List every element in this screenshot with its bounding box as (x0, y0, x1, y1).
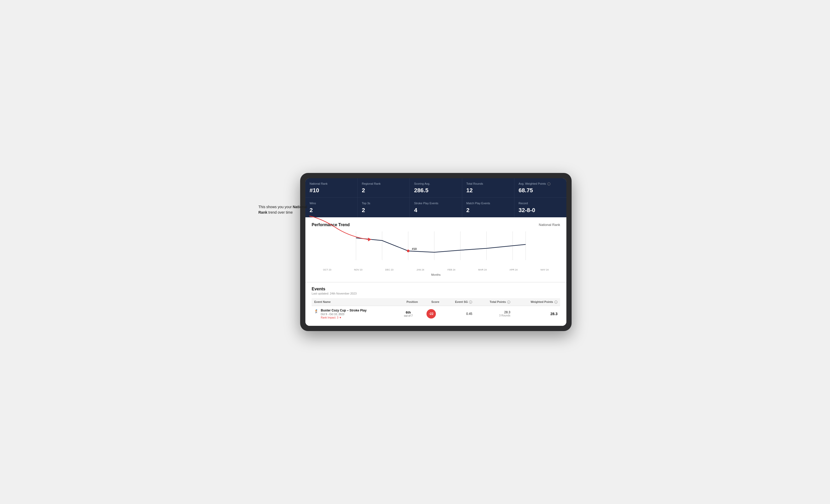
total-rounds-value: 3 Rounds (477, 314, 510, 317)
page-wrapper: This shows you your National Rank trend … (258, 173, 572, 331)
arrow-indicator (307, 213, 380, 247)
stat-stroke-play-label: Stroke Play Events (414, 201, 457, 205)
chart-label-may24: MAY 24 (529, 268, 560, 271)
stat-regional-rank-label: Regional Rank (362, 182, 405, 186)
stat-regional-rank-value: 2 (362, 187, 405, 194)
annotation-text: This shows you your National Rank trend … (258, 205, 307, 214)
event-golf-icon: 🏌️ (314, 309, 319, 313)
stat-scoring-avg: Scoring Avg. 286.5 (410, 178, 462, 198)
score-cell: -22 (420, 306, 442, 322)
position-cell: 6th out of 7 (396, 306, 420, 322)
stats-header-row1: National Rank #10 Regional Rank 2 Scorin… (306, 178, 566, 198)
stat-national-rank: National Rank #10 (306, 178, 357, 198)
stat-wins-value: 2 (310, 207, 353, 214)
events-section: Events Last updated: 24th November 2023 … (306, 282, 566, 326)
stat-match-play-label: Match Play Events (467, 201, 510, 205)
chart-label-apr24: APR 24 (498, 268, 529, 271)
event-name-cell: 🏌️ Buster Cozy Cup – Stroke Play Oct 9 -… (312, 306, 396, 322)
info-icon-tp: i (507, 301, 510, 304)
stat-total-rounds-label: Total Rounds (467, 182, 510, 186)
stat-stroke-play: Stroke Play Events 4 (410, 198, 462, 217)
stat-avg-weighted-label: Avg. Weighted Points i (519, 182, 562, 186)
chart-label-oct23: OCT 23 (312, 268, 343, 271)
stat-regional-rank: Regional Rank 2 (358, 178, 410, 198)
event-sg-cell: 0.45 (442, 306, 475, 322)
svg-point-9 (407, 250, 410, 252)
stat-wins-label: Wins (310, 201, 353, 205)
stat-avg-weighted: Avg. Weighted Points i 68.75 (514, 178, 566, 198)
chart-label-mar24: MAR 24 (467, 268, 498, 271)
chart-months-label: Months (312, 273, 560, 276)
events-updated: Last updated: 24th November 2023 (312, 292, 560, 295)
event-name-text: Buster Cozy Cup – Stroke Play (321, 309, 366, 312)
chart-label-dec23: DEC 23 (374, 268, 405, 271)
performance-subtitle: National Rank (539, 223, 560, 227)
event-dates: Oct 9 - Oct 10, 2023 (321, 313, 366, 316)
stat-national-rank-value: #10 (310, 187, 353, 194)
col-event-sg: Event SG i (442, 298, 475, 306)
stat-match-play-value: 2 (467, 207, 510, 214)
stat-record-value: 32-8-0 (519, 207, 562, 214)
annotation-text2: trend over time (267, 210, 293, 214)
stat-stroke-play-value: 4 (414, 207, 457, 214)
col-score: Score (420, 298, 442, 306)
stat-national-rank-label: National Rank (310, 182, 353, 186)
total-points-value: 28.3 (477, 310, 510, 314)
stat-match-play: Match Play Events 2 (462, 198, 514, 217)
events-table-header-row: Event Name Position Score Event SG i (312, 298, 560, 306)
rank-direction-icon: ▼ (339, 316, 342, 319)
table-row: 🏌️ Buster Cozy Cup – Stroke Play Oct 9 -… (312, 306, 560, 322)
weighted-points-cell: 28.3 (513, 306, 560, 322)
event-name-inner: 🏌️ Buster Cozy Cup – Stroke Play Oct 9 -… (314, 309, 393, 319)
stat-top3s-value: 2 (362, 207, 405, 214)
tablet-frame: National Rank #10 Regional Rank 2 Scorin… (300, 173, 572, 331)
chart-label-jan24: JAN 24 (405, 268, 436, 271)
events-title: Events (312, 287, 560, 292)
events-table-body: 🏌️ Buster Cozy Cup – Stroke Play Oct 9 -… (312, 306, 560, 322)
info-icon-sg: i (469, 301, 472, 304)
stat-record-label: Record (519, 201, 562, 205)
info-icon-avg: i (547, 182, 550, 186)
svg-marker-0 (368, 238, 372, 241)
events-table: Event Name Position Score Event SG i (312, 298, 560, 322)
position-value-group: 6th out of 7 (399, 310, 418, 317)
chart-x-labels: OCT 23 NOV 23 DEC 23 JAN 24 FEB 24 MAR 2… (312, 267, 560, 272)
col-weighted-points: Weighted Points i (513, 298, 560, 306)
stat-top3s-label: Top 3s (362, 201, 405, 205)
chart-label-nov23: NOV 23 (343, 268, 374, 271)
stat-avg-weighted-value: 68.75 (519, 187, 562, 194)
stat-total-rounds: Total Rounds 12 (462, 178, 514, 198)
col-total-points: Total Points i (475, 298, 513, 306)
stat-scoring-avg-value: 286.5 (414, 187, 457, 194)
info-icon-wp: i (554, 301, 557, 304)
stat-total-rounds-value: 12 (467, 187, 510, 194)
stat-scoring-avg-label: Scoring Avg. (414, 182, 457, 186)
position-value: 6th (399, 310, 418, 314)
score-badge: -22 (426, 309, 436, 318)
total-points-cell: 28.3 3 Rounds (475, 306, 513, 322)
tablet-screen: National Rank #10 Regional Rank 2 Scorin… (306, 178, 566, 326)
col-position: Position (396, 298, 420, 306)
col-event-name: Event Name (312, 298, 396, 306)
stat-record: Record 32-8-0 (514, 198, 566, 217)
chart-label-feb24: FEB 24 (436, 268, 467, 271)
annotation-box: This shows you your National Rank trend … (258, 204, 311, 215)
event-info: Buster Cozy Cup – Stroke Play Oct 9 - Oc… (321, 309, 366, 319)
position-sub: out of 7 (399, 314, 418, 317)
events-table-head: Event Name Position Score Event SG i (312, 298, 560, 306)
rank-impact: Rank Impact: 3 ▼ (321, 316, 366, 319)
svg-text:#10: #10 (412, 247, 417, 250)
